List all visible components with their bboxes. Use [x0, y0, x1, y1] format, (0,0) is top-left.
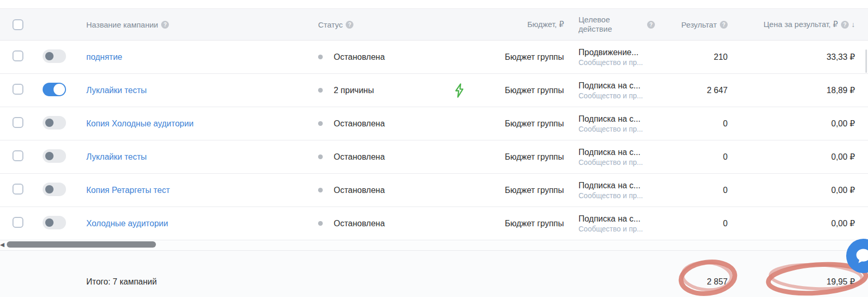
horizontal-scrollbar-thumb[interactable] [7, 241, 156, 248]
column-header-budget-label: Бюджет, ₽ [528, 20, 564, 29]
row-checkbox[interactable] [12, 217, 23, 228]
target-action-value: Подписка на с... [578, 80, 668, 91]
campaign-toggle[interactable] [43, 216, 66, 229]
budget-value: Бюджет группы [474, 219, 564, 228]
chat-bubble-icon [854, 247, 868, 265]
table-row: Копия Ретаргеты тест Остановлена Бюджет … [0, 174, 868, 207]
campaign-name-link[interactable]: Холодные аудитории [86, 219, 168, 228]
column-header-budget: Бюджет, ₽ [474, 20, 564, 29]
status-text: Остановлена [334, 152, 385, 162]
target-action-value: Подписка на с... [578, 147, 668, 158]
campaign-toggle[interactable] [43, 116, 66, 130]
target-action-subtext: Сообщество и пр... [578, 224, 668, 234]
column-header-target-action-label: Целевое действие [578, 15, 630, 34]
toggle-knob [45, 119, 54, 127]
status-dot-icon [318, 188, 323, 192]
budget-value: Бюджет группы [474, 152, 564, 162]
column-header-price-label: Цена за результат, ₽ [764, 20, 838, 29]
toggle-knob [45, 52, 54, 60]
budget-value: Бюджет группы [474, 119, 564, 128]
help-icon[interactable]: ? [161, 21, 169, 29]
result-value: 0 [668, 152, 728, 162]
campaign-toggle[interactable] [43, 83, 66, 96]
target-action-value: Подписка на с... [578, 213, 668, 224]
column-header-result: Результат ? [668, 20, 728, 29]
help-icon[interactable]: ? [841, 21, 849, 29]
select-all-checkbox[interactable] [12, 19, 23, 30]
campaign-toggle[interactable] [43, 49, 66, 63]
status-text: Остановлена [334, 53, 385, 62]
status-text: Остановлена [334, 186, 385, 195]
column-header-result-label: Результат [681, 20, 717, 29]
row-checkbox[interactable] [12, 184, 23, 195]
table-row: Холодные аудитории Остановлена Бюджет гр… [0, 207, 868, 240]
target-action-subtext: Сообщество и пр... [578, 58, 668, 67]
campaigns-table-page: Название кампании ? Статус ? Бюджет, ₽ Ц… [0, 0, 868, 297]
status-text: 2 причины [334, 86, 374, 95]
sort-descending-icon[interactable]: ↓ [851, 20, 855, 29]
row-checkbox[interactable] [12, 150, 23, 161]
campaign-name-link[interactable]: Луклайки тесты [86, 86, 147, 95]
target-action-value: Продвижение... [578, 47, 668, 58]
budget-value: Бюджет группы [474, 86, 564, 95]
campaign-name-link[interactable]: Копия Холодные аудитории [86, 119, 193, 128]
table-header: Название кампании ? Статус ? Бюджет, ₽ Ц… [0, 8, 868, 41]
table-row: Копия Холодные аудитории Остановлена Бюд… [0, 107, 868, 140]
result-value: 0 [668, 119, 728, 128]
status-dot-icon [318, 221, 323, 226]
table-row: поднятие Остановлена Бюджет группы Продв… [0, 41, 868, 74]
result-value: 0 [668, 186, 728, 195]
target-action-subtext: Сообщество и пр... [578, 124, 668, 134]
price-value: 0,00 ₽ [728, 218, 855, 228]
price-value: 18,89 ₽ [728, 85, 855, 95]
status-dot-icon [318, 88, 323, 93]
column-header-status-label: Статус [318, 20, 343, 29]
budget-value: Бюджет группы [474, 186, 564, 195]
row-checkbox[interactable] [12, 50, 23, 61]
row-checkbox[interactable] [12, 117, 23, 128]
help-icon[interactable]: ? [346, 21, 353, 29]
campaign-name-link[interactable]: Луклайки тесты [86, 152, 147, 161]
status-dot-icon [318, 55, 323, 59]
column-header-target-action: Целевое действие ? [564, 15, 668, 34]
toggle-knob [45, 218, 54, 227]
column-header-name: Название кампании ? [86, 20, 318, 29]
result-value: 2 647 [668, 86, 728, 95]
price-value: 0,00 ₽ [728, 152, 855, 162]
status-dot-icon [318, 121, 323, 126]
table-footer: Итого: 7 кампаний 2 857 19,95 ₽ [0, 250, 868, 297]
campaign-name-link[interactable]: поднятие [86, 53, 122, 61]
toggle-knob [45, 185, 54, 193]
table-row: Луклайки тесты 2 причины Бюджет группы П… [0, 74, 868, 107]
price-value: 33,33 ₽ [728, 52, 855, 62]
target-action-subtext: Сообщество и пр... [578, 191, 668, 200]
table-body: поднятие Остановлена Бюджет группы Продв… [0, 41, 868, 240]
target-action-value: Подписка на с... [578, 113, 668, 124]
column-header-name-label: Название кампании [86, 20, 158, 29]
totals-result-value: 2 857 [668, 277, 728, 287]
totals-label: Итого: 7 кампаний [86, 277, 318, 287]
row-checkbox[interactable] [12, 84, 23, 95]
scrollbar-left-arrow-icon[interactable]: ◀ [0, 241, 5, 248]
help-icon[interactable]: ? [647, 21, 655, 29]
table-row: Луклайки тесты Остановлена Бюджет группы… [0, 140, 868, 174]
horizontal-scrollbar: ◀ [0, 240, 868, 250]
help-icon[interactable]: ? [720, 21, 728, 29]
status-dot-icon [318, 154, 323, 159]
target-action-value: Подписка на с... [578, 180, 668, 191]
budget-value: Бюджет группы [474, 53, 564, 62]
totals-price-value: 19,95 ₽ [728, 277, 855, 287]
target-action-subtext: Сообщество и пр... [578, 91, 668, 100]
campaign-name-link[interactable]: Копия Ретаргеты тест [86, 186, 170, 195]
campaign-toggle[interactable] [43, 149, 66, 163]
price-value: 0,00 ₽ [728, 119, 855, 128]
vertical-scrollbar-thumb[interactable] [865, 49, 867, 73]
lightning-icon[interactable] [454, 83, 464, 98]
status-text: Остановлена [334, 119, 385, 128]
toggle-knob [45, 152, 54, 160]
toggle-knob [54, 84, 65, 95]
campaign-toggle[interactable] [43, 183, 66, 196]
column-header-price[interactable]: Цена за результат, ₽ ? ↓ [728, 20, 855, 29]
column-header-status: Статус ? [318, 20, 444, 29]
status-text: Остановлена [334, 219, 385, 228]
